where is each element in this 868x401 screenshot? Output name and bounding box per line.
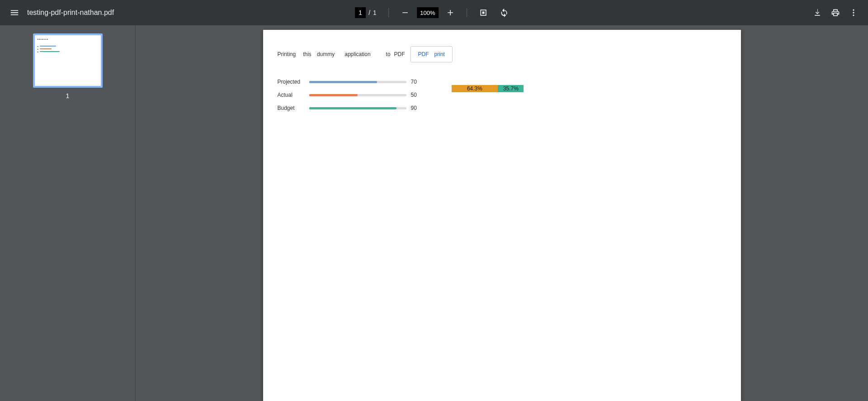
page-number-input[interactable] [355,7,366,18]
bar-label: Projected [278,79,305,85]
bar-label: Budget [278,105,305,111]
viewer-body: ■ ■ ■ ■ ■ ■ ■ ■ ■ ■ 1 Printing this dumm… [0,25,868,401]
page-viewport[interactable]: Printing this dummy application to PDF P… [136,25,868,401]
stacked-segment: 64.3% [452,85,498,92]
stacked-segment: 35.7% [498,85,524,92]
zoom-level: 100% [417,7,439,18]
bar-track [309,81,406,83]
page-total: 1 [373,9,377,16]
bar-label: Actual [278,92,305,98]
bar-value: 90 [411,105,425,111]
bar-value: 70 [411,79,425,85]
bar-fill [309,94,358,96]
toolbar-left: testing-pdf-print-nathan.pdf [0,4,114,22]
title-word: to [386,51,391,57]
page-thumbnail[interactable]: ■ ■ ■ ■ ■ ■ ■ ■ ■ ■ [33,33,103,88]
title-word: this [303,51,311,57]
title-word: application [344,51,370,57]
menu-icon[interactable] [5,4,24,22]
zoom-in-button[interactable] [441,4,459,22]
pdf-viewer-app: testing-pdf-print-nathan.pdf / 1 100% [0,0,868,401]
toolbar: testing-pdf-print-nathan.pdf / 1 100% [0,0,868,25]
title-word: dummy [317,51,335,57]
page-separator: / [368,9,370,16]
chip-print-label: print [434,51,445,57]
bar-track [309,107,406,109]
thumbnail-page-number: 1 [66,92,70,99]
chip-pdf-label: PDF [418,51,429,57]
bar-fill [309,107,397,109]
toolbar-right [808,4,868,22]
divider [467,8,467,17]
page-title-row: Printing this dummy application to PDF P… [278,46,726,62]
zoom-out-button[interactable] [396,4,414,22]
bar-value: 50 [411,92,425,98]
pdf-page: Printing this dummy application to PDF P… [263,30,741,401]
fit-to-page-button[interactable] [474,4,492,22]
download-button[interactable] [808,4,826,22]
title-word: Printing [278,51,296,57]
bars-section: Projected70Actual50Budget90 64.3%35.7% [278,79,726,111]
more-menu-button[interactable] [844,4,863,22]
rotate-button[interactable] [495,4,513,22]
thumbnail-preview: ■ ■ ■ ■ ■ ■ ■ ■ ■ ■ [38,38,98,83]
document-filename: testing-pdf-print-nathan.pdf [27,9,114,17]
toolbar-center: / 1 100% [355,4,513,22]
bar-fill [309,81,377,83]
print-button[interactable] [826,4,844,22]
divider [388,8,389,17]
bar-track [309,94,406,96]
stacked-percentage-bar: 64.3%35.7% [452,85,524,92]
pdf-print-chip[interactable]: PDF print [410,46,453,62]
title-word: PDF [394,51,405,57]
thumbnail-sidebar: ■ ■ ■ ■ ■ ■ ■ ■ ■ ■ 1 [0,25,136,401]
progress-bars-table: Projected70Actual50Budget90 [278,79,425,111]
